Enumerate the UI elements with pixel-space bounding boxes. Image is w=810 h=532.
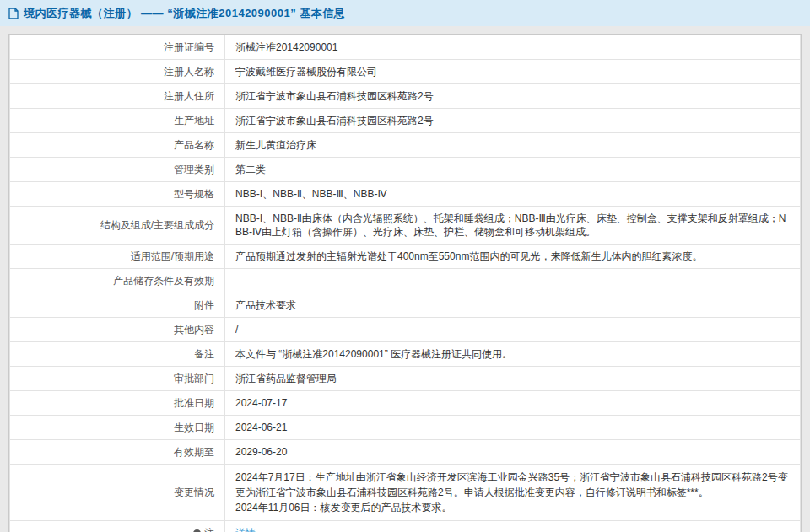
row-value (225, 269, 801, 293)
row-label: 生效日期 (10, 416, 225, 440)
row-value: / (225, 318, 801, 342)
row-label: 审批部门 (10, 367, 225, 391)
change-record-line: 2024年11月06日：核发变更后的产品技术要求。 (235, 500, 790, 515)
table-row: 注 详情 (10, 521, 801, 532)
row-label: 注册证编号 (10, 35, 225, 60)
row-value: 2024-06-21 (225, 416, 801, 440)
table-row: 有效期至 2029-06-20 (10, 440, 801, 465)
row-label: 注册人名称 (10, 60, 225, 84)
page-title: 境内医疗器械（注册） —— “浙械注准20142090001” 基本信息 (24, 6, 345, 21)
row-label: 备注 (10, 342, 225, 367)
detail-link[interactable]: 详情 (235, 527, 256, 532)
table-row: 适用范围/预期用途 产品预期通过发射的主辐射光谱处于400nm至550nm范围内… (10, 245, 801, 269)
row-value: 浙械注准20142090001 (225, 35, 801, 60)
row-value: 第二类 (225, 158, 801, 182)
page-header: 境内医疗器械（注册） —— “浙械注准20142090001” 基本信息 (0, 0, 810, 26)
row-label: 注 (10, 521, 225, 532)
row-value: 2024-07-17 (225, 391, 801, 416)
row-label: 产品储存条件及有效期 (10, 269, 225, 293)
info-table: 注册证编号 浙械注准20142090001 注册人名称 宁波戴维医疗器械股份有限… (9, 35, 801, 532)
change-record-line: 2024年7月17日：生产地址由浙江省象山经济开发区滨海工业园金兴路35号；浙江… (235, 470, 790, 500)
row-label: 其他内容 (10, 318, 225, 342)
table-row: 附件 产品技术要求 (10, 293, 801, 318)
row-value: 宁波戴维医疗器械股份有限公司 (225, 60, 801, 84)
table-row: 变更情况 2024年7月17日：生产地址由浙江省象山经济开发区滨海工业园金兴路3… (10, 465, 801, 521)
row-value: 浙江省药品监督管理局 (225, 367, 801, 391)
row-value: 产品预期通过发射的主辐射光谱处于400nm至550nm范围内的可见光，来降低新生… (225, 245, 801, 269)
table-row: 结构及组成/主要组成成分 NBB-Ⅰ、NBB-Ⅱ由床体（内含光辐照系统）、托架和… (10, 207, 801, 245)
table-row: 管理类别 第二类 (10, 158, 801, 182)
row-value: 2024年7月17日：生产地址由浙江省象山经济开发区滨海工业园金兴路35号；浙江… (225, 465, 801, 521)
table-row: 型号规格 NBB-Ⅰ、NBB-Ⅱ、NBB-Ⅲ、NBB-Ⅳ (10, 182, 801, 207)
row-label: 型号规格 (10, 182, 225, 207)
row-value: 2029-06-20 (225, 440, 801, 465)
row-value: NBB-Ⅰ、NBB-Ⅱ由床体（内含光辐照系统）、托架和睡袋组成；NBB-Ⅲ由光疗… (225, 207, 801, 245)
row-value: 浙江省宁波市象山县石浦科技园区科苑路2号 (225, 109, 801, 133)
row-value: NBB-Ⅰ、NBB-Ⅱ、NBB-Ⅲ、NBB-Ⅳ (225, 182, 801, 207)
table-row: 生产地址 浙江省宁波市象山县石浦科技园区科苑路2号 (10, 109, 801, 133)
table-row: 审批部门 浙江省药品监督管理局 (10, 367, 801, 391)
document-icon (8, 8, 19, 19)
row-label: 批准日期 (10, 391, 225, 416)
row-label: 注册人住所 (10, 84, 225, 109)
row-label: 变更情况 (10, 465, 225, 521)
table-row: 产品名称 新生儿黄疸治疗床 (10, 133, 801, 158)
table-row: 备注 本文件与 “浙械注准20142090001” 医疗器械注册证共同使用。 (10, 342, 801, 367)
row-value: 产品技术要求 (225, 293, 801, 318)
row-label: 管理类别 (10, 158, 225, 182)
table-row: 产品储存条件及有效期 (10, 269, 801, 293)
row-label: 结构及组成/主要组成成分 (10, 207, 225, 245)
row-label: 产品名称 (10, 133, 225, 158)
row-value: 详情 (225, 521, 801, 532)
row-label-text: 注 (204, 527, 214, 532)
row-label: 有效期至 (10, 440, 225, 465)
table-row: 注册人住所 浙江省宁波市象山县石浦科技园区科苑路2号 (10, 84, 801, 109)
table-row: 注册人名称 宁波戴维医疗器械股份有限公司 (10, 60, 801, 84)
row-value: 本文件与 “浙械注准20142090001” 医疗器械注册证共同使用。 (225, 342, 801, 367)
table-row: 其他内容 / (10, 318, 801, 342)
table-row: 批准日期 2024-07-17 (10, 391, 801, 416)
row-label: 适用范围/预期用途 (10, 245, 225, 269)
table-row: 生效日期 2024-06-21 (10, 416, 801, 440)
row-label: 生产地址 (10, 109, 225, 133)
row-value: 浙江省宁波市象山县石浦科技园区科苑路2号 (225, 84, 801, 109)
info-table-container: 注册证编号 浙械注准20142090001 注册人名称 宁波戴维医疗器械股份有限… (8, 34, 802, 532)
table-row: 注册证编号 浙械注准20142090001 (10, 35, 801, 60)
row-value: 新生儿黄疸治疗床 (225, 133, 801, 158)
row-label: 附件 (10, 293, 225, 318)
